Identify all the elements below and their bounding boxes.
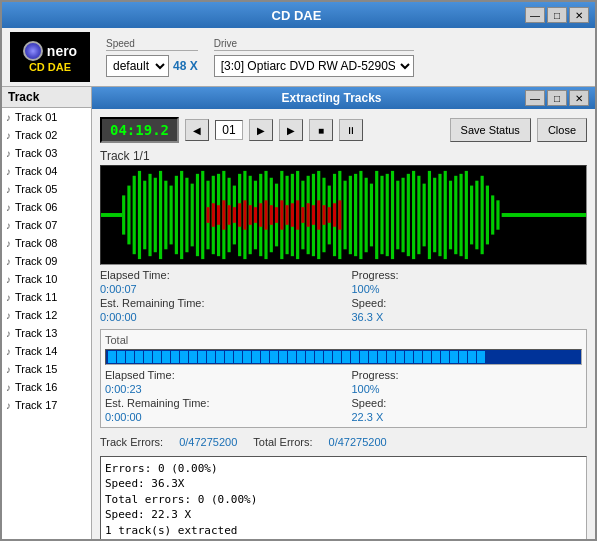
elapsed-label: Elapsed Time: xyxy=(100,269,336,281)
progress-segment xyxy=(342,351,350,363)
svg-rect-61 xyxy=(433,178,436,252)
nero-logo: nero CD DAE xyxy=(10,32,90,82)
progress-segment xyxy=(180,351,188,363)
svg-rect-57 xyxy=(412,171,415,259)
next-track-button[interactable]: ▶ xyxy=(249,119,273,141)
svg-rect-90 xyxy=(286,205,289,225)
stop-button[interactable]: ■ xyxy=(309,119,333,141)
sidebar-track-item[interactable]: ♪Track 07 xyxy=(2,216,91,234)
extract-minimize-button[interactable]: — xyxy=(525,90,545,106)
progress-segment xyxy=(387,351,395,363)
prev-track-button[interactable]: ◀ xyxy=(185,119,209,141)
music-icon: ♪ xyxy=(6,346,11,357)
svg-rect-52 xyxy=(386,174,389,256)
total-stats: Elapsed Time: Progress: 0:00:23 100% Est… xyxy=(105,369,582,423)
progress-segment xyxy=(315,351,323,363)
progress-segment xyxy=(225,351,233,363)
progress-segment xyxy=(459,351,467,363)
track-errors-label: Track Errors: xyxy=(100,436,163,448)
sidebar-track-item[interactable]: ♪Track 04 xyxy=(2,162,91,180)
drive-label: Drive xyxy=(214,38,414,51)
sidebar-track-item[interactable]: ♪Track 17 xyxy=(2,396,91,414)
content-area: Track ♪Track 01♪Track 02♪Track 03♪Track … xyxy=(2,87,595,539)
sidebar-track-item[interactable]: ♪Track 10 xyxy=(2,270,91,288)
sidebar-track-item[interactable]: ♪Track 14 xyxy=(2,342,91,360)
log-line: 1 track(s) extracted xyxy=(105,523,582,538)
track-number-display: 01 xyxy=(215,120,243,140)
pause-button[interactable]: ⏸ xyxy=(339,119,363,141)
sidebar-track-item[interactable]: ♪Track 01 xyxy=(2,108,91,126)
progress-segment xyxy=(288,351,296,363)
svg-rect-59 xyxy=(423,184,426,247)
music-icon: ♪ xyxy=(6,184,11,195)
play-button[interactable]: ▶ xyxy=(279,119,303,141)
progress-segment xyxy=(297,351,305,363)
svg-rect-15 xyxy=(191,184,194,247)
svg-rect-92 xyxy=(296,200,299,229)
svg-rect-49 xyxy=(370,184,373,247)
maximize-button[interactable]: □ xyxy=(547,7,567,23)
speed-group: Speed default 48 X xyxy=(106,38,198,77)
svg-rect-14 xyxy=(185,178,188,252)
svg-rect-76 xyxy=(212,203,215,227)
svg-rect-47 xyxy=(359,171,362,259)
svg-rect-12 xyxy=(175,176,178,254)
cddae-text: CD DAE xyxy=(29,61,71,73)
svg-rect-94 xyxy=(307,203,310,227)
controls-row: 04:19.2 ◀ 01 ▶ ▶ ■ ⏸ Save Status Close xyxy=(100,117,587,143)
svg-rect-95 xyxy=(312,205,315,225)
sidebar-header: Track xyxy=(2,87,91,108)
track-list: ♪Track 01♪Track 02♪Track 03♪Track 04♪Tra… xyxy=(2,108,91,539)
close-dialog-button[interactable]: Close xyxy=(537,118,587,142)
svg-rect-68 xyxy=(470,186,473,245)
sidebar-track-item[interactable]: ♪Track 11 xyxy=(2,288,91,306)
save-status-button[interactable]: Save Status xyxy=(450,118,531,142)
svg-rect-82 xyxy=(243,200,246,229)
svg-rect-17 xyxy=(201,171,204,259)
speed-label: Speed xyxy=(106,38,198,51)
svg-rect-73 xyxy=(496,200,499,229)
total-progress-bar xyxy=(105,349,582,365)
speed-select[interactable]: default xyxy=(106,55,169,77)
progress-segment xyxy=(450,351,458,363)
speed-value: 48 X xyxy=(173,59,198,73)
svg-rect-58 xyxy=(417,176,420,254)
progress-segment xyxy=(279,351,287,363)
svg-rect-5 xyxy=(138,171,141,259)
log-line: Speed: 22.3 X xyxy=(105,507,582,522)
music-icon: ♪ xyxy=(6,166,11,177)
extract-maximize-button[interactable]: □ xyxy=(547,90,567,106)
svg-rect-55 xyxy=(401,178,404,252)
total-errors-value: 0/47275200 xyxy=(329,436,387,448)
sidebar-track-item[interactable]: ♪Track 12 xyxy=(2,306,91,324)
log-area: Errors: 0 (0.00%)Speed: 36.3XTotal error… xyxy=(100,456,587,539)
sidebar-track-item[interactable]: ♪Track 13 xyxy=(2,324,91,342)
progress-segment xyxy=(414,351,422,363)
progress-value: 100% xyxy=(352,283,588,295)
sidebar-track-item[interactable]: ♪Track 09 xyxy=(2,252,91,270)
sidebar-track-item[interactable]: ♪Track 16 xyxy=(2,378,91,396)
progress-segment xyxy=(432,351,440,363)
sidebar-track-item[interactable]: ♪Track 05 xyxy=(2,180,91,198)
extract-title-controls: — □ ✕ xyxy=(525,90,589,106)
progress-label: Progress: xyxy=(352,269,588,281)
total-remaining-label: Est. Remaining Time: xyxy=(105,397,336,409)
drive-select[interactable]: [3:0] Optiarc DVD RW AD-5290S+ xyxy=(214,55,414,77)
music-icon: ♪ xyxy=(6,220,11,231)
track-errors-value: 0/47275200 xyxy=(179,436,237,448)
sidebar-track-item[interactable]: ♪Track 02 xyxy=(2,126,91,144)
sidebar-track-item[interactable]: ♪Track 06 xyxy=(2,198,91,216)
close-button[interactable]: ✕ xyxy=(569,7,589,23)
sidebar-track-item[interactable]: ♪Track 08 xyxy=(2,234,91,252)
total-section: Total Elapsed Time: Progress: 0:00:23 10… xyxy=(100,329,587,428)
minimize-button[interactable]: — xyxy=(525,7,545,23)
svg-rect-97 xyxy=(322,205,325,225)
progress-segment xyxy=(477,351,485,363)
extract-close-button[interactable]: ✕ xyxy=(569,90,589,106)
total-remaining-value: 0:00:00 xyxy=(105,411,336,423)
track-section-label: Track 1/1 xyxy=(100,149,587,163)
sidebar-track-item[interactable]: ♪Track 15 xyxy=(2,360,91,378)
progress-segment xyxy=(216,351,224,363)
sidebar-track-item[interactable]: ♪Track 03 xyxy=(2,144,91,162)
svg-rect-78 xyxy=(222,200,225,229)
